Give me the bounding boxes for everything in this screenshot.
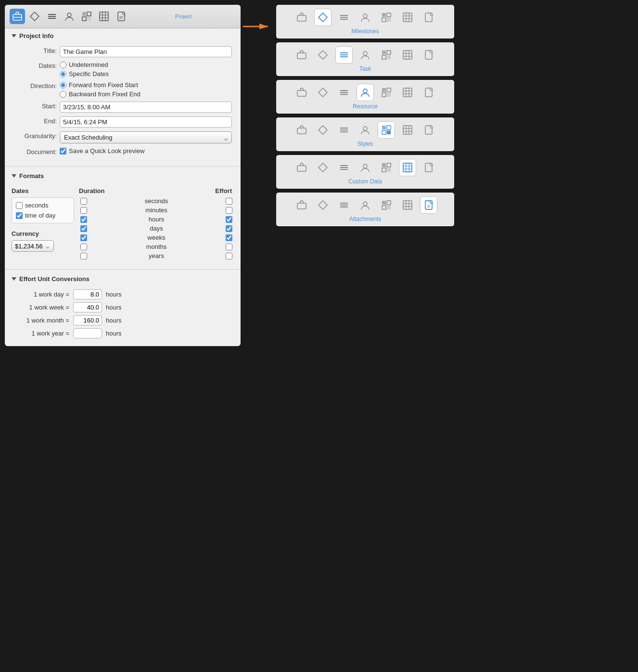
eff-seconds-check[interactable] (226, 198, 232, 205)
dur-seconds-check[interactable] (80, 198, 87, 205)
task-export-icon[interactable] (420, 46, 437, 64)
dates-row: Dates: Undetermined Specific Dates (13, 61, 232, 78)
toolbar-item-tasks[interactable] (44, 9, 60, 24)
toolbar-icon-styles[interactable] (79, 9, 94, 24)
effort-triangle[interactable] (12, 277, 16, 281)
dur-minutes-check[interactable] (80, 207, 87, 214)
task-table-icon[interactable] (399, 46, 416, 64)
task-person-icon[interactable] (357, 46, 374, 64)
toolbar-icon-tasks[interactable] (44, 9, 60, 24)
currency-label: Currency (12, 230, 74, 237)
milestones-lines-icon[interactable] (335, 9, 353, 26)
customdata-briefcase-icon[interactable] (293, 159, 310, 176)
toolbar-icon-attachments[interactable] (114, 9, 129, 24)
dur-weeks-check[interactable] (80, 234, 87, 241)
resource-export-icon[interactable] (420, 84, 437, 101)
eff-minutes-check[interactable] (226, 207, 232, 214)
direction-backward-radio[interactable] (60, 91, 66, 98)
customdata-table-icon[interactable] (399, 159, 416, 176)
eff-weeks-check[interactable] (226, 234, 232, 241)
end-input[interactable] (60, 116, 232, 128)
resource-briefcase-icon[interactable] (293, 84, 310, 101)
styles-person-icon[interactable] (357, 121, 374, 139)
dates-seconds-checkbox[interactable] (16, 202, 23, 209)
dates-col-header: Dates (12, 187, 74, 194)
dur-days-check[interactable] (80, 225, 87, 232)
milestones-grid-icon[interactable] (378, 9, 395, 26)
customdata-diamond-icon[interactable] (314, 159, 332, 176)
effort-month-input[interactable] (73, 315, 102, 325)
collapse-triangle[interactable] (12, 34, 16, 38)
dur-months-check[interactable] (80, 244, 87, 250)
task-diamond-icon[interactable] (314, 46, 332, 64)
customdata-export-icon[interactable] (420, 159, 437, 176)
currency-area: Currency $1,234.56 ⌄ (12, 230, 74, 252)
toolbar-item-styles[interactable] (79, 9, 94, 24)
toolbar-item-customdata[interactable] (96, 9, 112, 24)
task-grid-icon[interactable] (378, 46, 395, 64)
toolbar-item-resources[interactable] (62, 9, 77, 24)
effort-week-input[interactable] (73, 302, 102, 312)
attachments-export-icon[interactable] (420, 196, 437, 214)
resource-diamond-icon[interactable] (314, 84, 332, 101)
resource-table-icon[interactable] (399, 84, 416, 101)
eff-years-check[interactable] (226, 253, 232, 259)
attachments-table-icon[interactable] (399, 196, 416, 214)
dur-hours-check[interactable] (80, 216, 87, 223)
effort-day-input[interactable] (73, 289, 102, 299)
eff-hours-check[interactable] (226, 216, 232, 223)
toolbar-icon-resources[interactable] (62, 9, 77, 24)
start-input[interactable] (60, 102, 232, 113)
toolbar-item-project[interactable] (10, 9, 25, 24)
customdata-grid-icon[interactable] (378, 159, 395, 176)
toolbar-item-milestones[interactable] (27, 9, 42, 24)
formats-triangle[interactable] (12, 174, 16, 178)
styles-export-icon[interactable] (420, 121, 437, 139)
svg-rect-8 (87, 12, 91, 16)
resource-grid-icon[interactable] (378, 84, 395, 101)
dur-years-check[interactable] (80, 253, 87, 259)
formats-grid: Dates seconds time of day Currency $1,23… (5, 183, 241, 267)
milestones-person-icon[interactable] (357, 9, 374, 26)
eff-months-check[interactable] (226, 244, 232, 250)
styles-lines-icon[interactable] (335, 121, 353, 139)
granularity-row: Granularity: Exact Scheduling Hours Days… (13, 131, 232, 143)
attachments-diamond-icon[interactable] (314, 196, 332, 214)
currency-dropdown[interactable]: $1,234.56 ⌄ (12, 240, 54, 252)
milestones-diamond-icon[interactable] (314, 9, 332, 26)
effort-year-input[interactable] (73, 328, 102, 338)
styles-grid-icon[interactable] (378, 121, 395, 139)
toolbar-icon-project[interactable] (10, 9, 25, 24)
svg-rect-84 (425, 126, 432, 134)
attachments-briefcase-icon[interactable] (293, 196, 310, 214)
styles-label: Styles (357, 141, 373, 147)
toolbar-icon-milestones[interactable] (27, 9, 42, 24)
resource-person-icon[interactable] (357, 84, 374, 101)
milestones-export-icon[interactable] (420, 9, 437, 26)
task-briefcase-icon[interactable] (293, 46, 310, 64)
styles-briefcase-icon[interactable] (293, 121, 310, 139)
granularity-select[interactable]: Exact Scheduling Hours Days Weeks (60, 131, 232, 143)
attachments-lines-icon[interactable] (335, 196, 353, 214)
svg-rect-85 (297, 166, 306, 171)
attachments-person-icon[interactable] (357, 196, 374, 214)
toolbar-icon-customdata[interactable] (96, 9, 112, 24)
direction-forward-radio[interactable] (60, 82, 66, 89)
dates-undetermined-radio[interactable] (60, 62, 66, 68)
customdata-lines-icon[interactable] (335, 159, 353, 176)
eff-days-check[interactable] (226, 225, 232, 232)
styles-table-icon[interactable] (399, 121, 416, 139)
attachments-grid-icon[interactable] (378, 196, 395, 214)
toolbar-item-attachments[interactable] (114, 9, 129, 24)
document-quicklook-checkbox[interactable] (60, 148, 66, 155)
milestones-briefcase-icon[interactable] (293, 9, 310, 26)
styles-diamond-icon[interactable] (314, 121, 332, 139)
resource-lines-icon[interactable] (335, 84, 353, 101)
dates-timeofday-checkbox[interactable] (16, 212, 23, 219)
dates-specific-radio[interactable] (60, 71, 66, 78)
task-label: Task (359, 65, 371, 72)
title-input[interactable] (60, 46, 232, 57)
milestones-table-icon[interactable] (399, 9, 416, 26)
task-lines-icon[interactable] (335, 46, 353, 64)
customdata-person-icon[interactable] (357, 159, 374, 176)
